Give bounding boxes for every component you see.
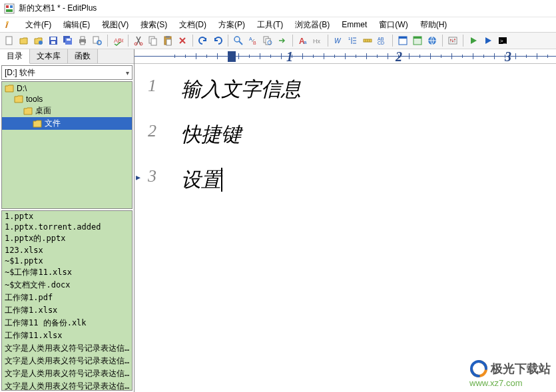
file-item[interactable]: 1.pptx.torrent.added [2,222,132,232]
toolbar-separator [463,35,463,47]
app-menu-icon[interactable] [4,19,15,30]
file-item[interactable]: 工作簿11 的备份.xlk [2,317,132,329]
folder-item[interactable]: tools [2,94,132,104]
menu-file[interactable]: 文件(F) [20,18,57,32]
toolbar-separator [192,35,193,47]
menu-tools[interactable]: 工具(T) [252,18,288,32]
print-preview-button[interactable] [91,34,104,47]
file-item[interactable]: 文字是人类用表义符号记录表达信… [2,355,132,367]
replace-button[interactable]: AB [246,34,260,47]
delete-button[interactable] [176,34,189,47]
menu-emmet[interactable]: Emmet [336,19,372,31]
chevron-down-icon: ▾ [126,69,129,77]
svg-rect-37 [399,37,407,39]
file-item[interactable]: 123.xlsx [2,245,132,256]
file-item[interactable]: 文字是人类用表义符号记录表达信… [2,367,132,380]
watermark-logo-icon [469,359,488,378]
watermark-name: 极光下载站 [491,361,551,377]
file-item[interactable]: 文字是人类用表义符号记录表达信… [2,342,132,355]
file-item[interactable]: ~$1.pptx [2,256,132,266]
toolbar: ABC AB Aa Hx W 1 ABCD >_ [0,32,556,49]
file-item[interactable]: ~$工作簿11.xlsx [2,266,132,279]
browser-button[interactable] [396,34,410,47]
find-in-files-button[interactable] [261,34,274,47]
svg-rect-5 [51,41,55,44]
redo-button[interactable] [211,34,224,47]
menu-search[interactable]: 搜索(S) [135,18,172,32]
svg-point-2 [39,41,43,45]
toolbar-separator [128,35,129,47]
menu-document[interactable]: 文档(D) [174,18,212,32]
drive-selector[interactable]: [D:] 软件 ▾ [1,65,133,80]
drive-label: [D:] 软件 [5,67,35,79]
line-num-button[interactable]: 1 [346,34,360,47]
window-title: 新的文档1 * - EditPlus [19,3,97,14]
ruler-number: 2 [396,49,402,64]
editor-body[interactable]: 1输入文字信息2快捷键3设置▸ [135,64,556,392]
file-item[interactable]: 1.pptx的.pptx [2,232,132,245]
view-in-browser-button[interactable] [425,34,439,47]
undo-button[interactable] [196,34,210,47]
spellcheck-button[interactable]: ABC [111,34,125,47]
toolbar-separator [228,35,228,47]
file-list[interactable]: 1.pptx1.pptx.torrent.added1.pptx的.pptx12… [1,210,133,391]
sidebar-tabs: 目录 文本库 函数 [0,49,134,64]
svg-rect-8 [67,39,71,41]
folder-item[interactable]: 文件 [2,117,132,130]
settings-button[interactable] [446,34,459,47]
menubar: 文件(F) 编辑(E) 视图(V) 搜索(S) 文档(D) 方案(P) 工具(T… [0,17,556,32]
column-button[interactable]: ABCD [376,34,389,47]
file-item[interactable]: 1.pptx [2,211,132,222]
file-item[interactable]: 工作簿1.pdf [2,292,132,304]
file-item[interactable]: 工作簿11.xlsx [2,329,132,342]
open-remote-button[interactable] [32,34,45,47]
hex-button[interactable]: Hx [311,34,324,47]
paste-button[interactable] [161,34,174,47]
folder-item[interactable]: 桌面 [2,104,132,117]
menu-project[interactable]: 方案(P) [213,18,250,32]
sidebar-tab-cliptext[interactable]: 文本库 [30,49,68,63]
menu-window[interactable]: 窗口(W) [374,18,413,32]
ruler-number: 3 [505,49,511,64]
save-button[interactable] [47,34,60,47]
menu-help[interactable]: 帮助(H) [415,18,453,32]
file-item[interactable]: ~$文档文件.docx [2,279,132,292]
sidebar-tab-directory[interactable]: 目录 [0,49,30,64]
run-button[interactable] [467,34,480,47]
find-button[interactable] [232,34,245,47]
text-line[interactable]: 设置 [181,166,221,194]
text-line[interactable]: 输入文字信息 [181,76,301,103]
wordwrap-button[interactable]: W [332,34,345,47]
folder-item[interactable]: D:\ [2,83,132,94]
menu-view[interactable]: 视图(V) [97,18,134,32]
browser-view-button[interactable] [411,34,424,47]
copy-button[interactable] [146,34,160,47]
menu-browser[interactable]: 浏览器(B) [290,18,335,32]
text-line[interactable]: 快捷键 [181,121,241,148]
file-item[interactable]: 文字是人类用表义符号记录表达信… [2,380,132,391]
menu-edit[interactable]: 编辑(E) [58,18,95,32]
run-2-button[interactable] [481,34,495,47]
open-file-button[interactable] [17,34,31,47]
file-item[interactable]: 工作簿1.xlsx [2,304,132,317]
goto-button[interactable] [276,34,289,47]
sidebar-tab-functions[interactable]: 函数 [68,49,98,63]
ruler-button[interactable] [361,34,374,47]
svg-rect-18 [151,39,156,45]
editor-area: 123 1输入文字信息2快捷键3设置▸ [135,49,556,392]
svg-rect-1 [6,37,12,45]
font-button[interactable]: Aa [296,34,310,47]
svg-text:A: A [249,37,252,41]
cut-button[interactable] [132,34,145,47]
new-file-button[interactable] [3,34,16,47]
print-button[interactable] [76,34,89,47]
toolbar-separator [292,35,293,47]
text-cursor [221,168,222,192]
folder-tree[interactable]: D:\tools桌面文件 [1,81,133,209]
save-all-button[interactable] [61,34,75,47]
ruler-marker[interactable] [228,51,236,62]
svg-text:>_: >_ [500,38,507,44]
svg-point-22 [234,37,240,42]
terminal-button[interactable]: >_ [496,34,509,47]
svg-point-42 [450,39,451,41]
